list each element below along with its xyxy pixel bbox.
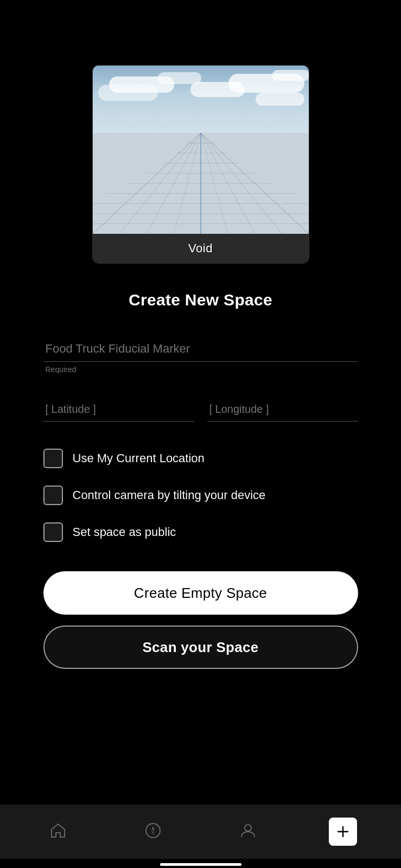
buttons-container: Create Empty Space Scan your Space bbox=[43, 571, 358, 669]
create-empty-button[interactable]: Create Empty Space bbox=[43, 571, 358, 615]
svg-marker-23 bbox=[151, 831, 155, 835]
nav-explore[interactable] bbox=[134, 813, 172, 851]
add-icon[interactable] bbox=[329, 818, 357, 846]
latitude-input[interactable] bbox=[43, 398, 194, 422]
longitude-input[interactable] bbox=[207, 398, 358, 422]
scan-space-button[interactable]: Scan your Space bbox=[43, 626, 358, 669]
perspective-grid bbox=[93, 133, 309, 234]
svg-marker-22 bbox=[151, 826, 155, 831]
required-label: Required bbox=[46, 365, 358, 374]
svg-point-21 bbox=[146, 824, 160, 838]
name-input-wrapper: Required bbox=[43, 336, 358, 374]
checkbox-public-label: Set space as public bbox=[73, 525, 176, 540]
space-name-input[interactable] bbox=[43, 336, 358, 362]
preview-image bbox=[93, 66, 309, 234]
checkbox-tilt[interactable] bbox=[43, 486, 63, 505]
page-title: Create New Space bbox=[129, 291, 272, 309]
nav-add[interactable] bbox=[324, 813, 362, 851]
home-indicator bbox=[160, 863, 241, 866]
nav-home[interactable] bbox=[39, 813, 77, 851]
checkbox-group: Use My Current Location Control camera b… bbox=[43, 441, 358, 550]
nav-profile[interactable] bbox=[229, 813, 267, 851]
person-icon bbox=[239, 822, 257, 842]
checkbox-item-location[interactable]: Use My Current Location bbox=[43, 441, 358, 476]
checkbox-location-label: Use My Current Location bbox=[73, 451, 205, 467]
checkbox-tilt-label: Control camera by tilting your device bbox=[73, 488, 266, 503]
home-icon bbox=[49, 822, 67, 842]
svg-point-24 bbox=[245, 825, 251, 831]
compass-icon bbox=[144, 822, 162, 842]
form-container: Required Use My Current Location Control… bbox=[43, 336, 358, 550]
checkbox-item-public[interactable]: Set space as public bbox=[43, 515, 358, 550]
checkbox-public[interactable] bbox=[43, 522, 63, 542]
bottom-nav bbox=[0, 805, 401, 859]
checkbox-location[interactable] bbox=[43, 449, 63, 468]
preview-label: Void bbox=[93, 234, 309, 263]
preview-card: Void bbox=[92, 65, 309, 264]
checkbox-item-tilt[interactable]: Control camera by tilting your device bbox=[43, 478, 358, 513]
coord-row bbox=[43, 398, 358, 422]
